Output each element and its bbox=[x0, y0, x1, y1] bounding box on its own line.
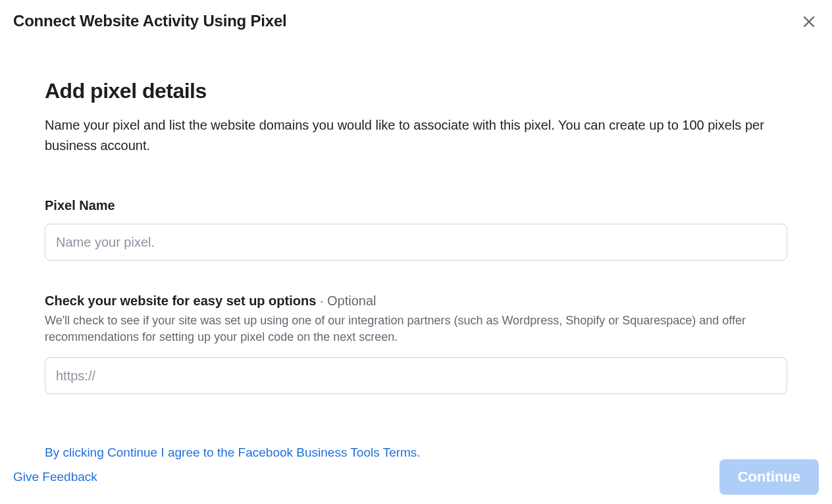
close-icon bbox=[802, 14, 816, 29]
dialog-footer: Give Feedback Continue bbox=[0, 459, 832, 495]
dialog-content: Add pixel details Name your pixel and li… bbox=[13, 32, 819, 460]
pixel-name-label: Pixel Name bbox=[45, 198, 787, 213]
page-heading: Add pixel details bbox=[45, 79, 787, 103]
website-check-label: Check your website for easy set up optio… bbox=[45, 293, 787, 309]
continue-button[interactable]: Continue bbox=[719, 459, 819, 495]
website-url-input[interactable] bbox=[45, 357, 787, 394]
website-field-block: Check your website for easy set up optio… bbox=[45, 293, 787, 394]
optional-tag: · Optional bbox=[316, 293, 376, 308]
website-check-label-text: Check your website for easy set up optio… bbox=[45, 293, 316, 308]
terms-link[interactable]: By clicking Continue I agree to the Face… bbox=[45, 445, 421, 460]
pixel-name-field-block: Pixel Name bbox=[45, 198, 787, 261]
page-description: Name your pixel and list the website dom… bbox=[45, 115, 787, 156]
dialog-header: Connect Website Activity Using Pixel bbox=[13, 12, 819, 32]
pixel-name-input[interactable] bbox=[45, 224, 787, 261]
give-feedback-link[interactable]: Give Feedback bbox=[13, 470, 97, 484]
website-check-help-text: We'll check to see if your site was set … bbox=[45, 313, 787, 345]
dialog-title: Connect Website Activity Using Pixel bbox=[13, 12, 287, 30]
pixel-setup-dialog: Connect Website Activity Using Pixel Add… bbox=[0, 0, 832, 504]
close-button[interactable] bbox=[799, 12, 819, 32]
